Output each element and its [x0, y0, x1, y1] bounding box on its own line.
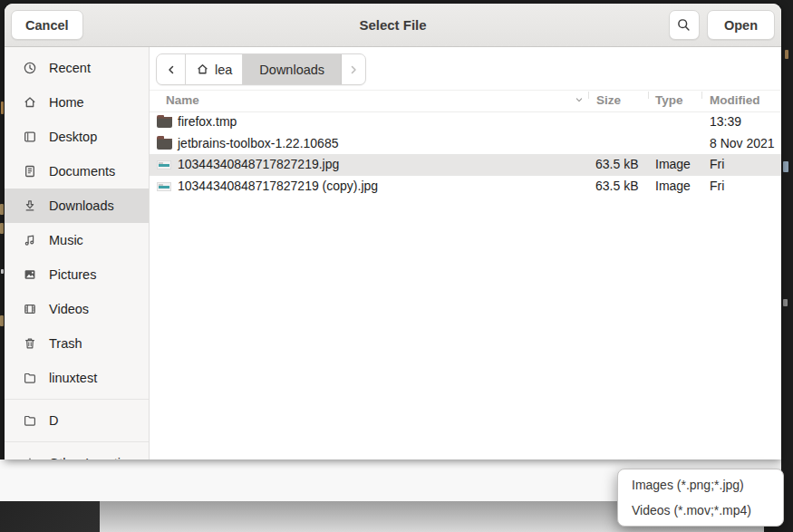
path-segment-home[interactable]: lea — [186, 54, 243, 84]
other-locations-icon — [23, 456, 37, 459]
file-row[interactable]: 10344340848717827219.jpg63.5 kBImageFri — [150, 154, 781, 176]
sidebar-item-label: Documents — [49, 164, 115, 179]
image-thumbnail-icon — [157, 182, 171, 191]
background-artifact — [0, 223, 4, 234]
sidebar-item-label: Trash — [49, 336, 82, 351]
sidebar-separator — [5, 399, 149, 400]
file-modified: 13:39 — [710, 111, 741, 133]
sidebar-item-music[interactable]: Music — [5, 223, 149, 257]
file-row[interactable]: firefox.tmp13:39 — [150, 111, 781, 133]
sidebar-item-label: Downloads — [49, 198, 114, 213]
chevron-down-icon — [573, 92, 585, 112]
sidebar-item-label: Recent — [49, 61, 91, 75]
file-type: Image — [655, 154, 691, 176]
sidebar-item-recent[interactable]: Recent — [5, 51, 149, 85]
background-artifact — [783, 161, 788, 172]
clock-icon — [23, 61, 37, 75]
file-size: 63.5 kB — [595, 154, 638, 176]
file-modified: 8 Nov 2021 — [710, 133, 775, 155]
sidebar-item-d[interactable]: D — [5, 403, 149, 438]
filter-option[interactable]: Images (*.png;*.jpg) — [618, 472, 783, 498]
list-column-header: Name Size Type Modified — [150, 90, 781, 112]
sidebar-item-label: Home — [49, 95, 84, 110]
sidebar-item-linuxtest[interactable]: linuxtest — [5, 361, 149, 395]
path-segment-label: lea — [215, 63, 232, 77]
folder-icon — [23, 413, 37, 428]
file-name: 10344340848717827219 (copy).jpg — [178, 176, 378, 198]
search-button[interactable] — [669, 10, 700, 40]
column-header-name[interactable]: Name — [166, 91, 199, 111]
path-forward-button[interactable] — [342, 54, 365, 84]
background-desktop-dark — [0, 501, 100, 532]
search-icon — [676, 17, 691, 33]
column-divider — [588, 92, 589, 99]
sidebar-item-trash[interactable]: Trash — [5, 326, 149, 361]
file-row[interactable]: 10344340848717827219 (copy).jpg63.5 kBIm… — [150, 176, 781, 198]
open-button[interactable]: Open — [707, 10, 775, 40]
sidebar-item-other-locations[interactable]: Other Locations — [5, 446, 149, 459]
chevron-left-icon — [164, 63, 179, 77]
file-name: 10344340848717827219.jpg — [178, 154, 339, 176]
folder-icon — [23, 371, 37, 385]
path-segment-label: Downloads — [259, 63, 324, 77]
background-artifact — [1, 269, 4, 274]
file-chooser-dialog: Cancel Select File Open RecentHomeDeskto… — [5, 4, 781, 459]
background-artifact — [785, 50, 788, 59]
sidebar-item-downloads[interactable]: Downloads — [5, 189, 149, 223]
file-size: 63.5 kB — [595, 176, 638, 198]
sidebar-item-label: D — [49, 413, 58, 428]
home-icon — [23, 95, 37, 110]
sidebar-item-pictures[interactable]: Pictures — [5, 257, 149, 292]
path-back-button[interactable] — [157, 54, 186, 84]
path-bar: lea Downloads — [156, 53, 366, 85]
music-note-icon — [23, 233, 37, 247]
file-modified: Fri — [710, 176, 724, 198]
file-filter-popup: Images (*.png;*.jpg)Videos (*.mov;*.mp4) — [617, 469, 784, 527]
sidebar-item-label: Desktop — [49, 130, 97, 144]
trash-icon — [23, 336, 37, 351]
file-list: firefox.tmp13:39jetbrains-toolbox-1.22.1… — [150, 111, 781, 197]
background-artifact — [783, 299, 788, 306]
sidebar-item-desktop[interactable]: Desktop — [5, 120, 149, 154]
sidebar-separator — [5, 441, 149, 442]
image-thumbnail-icon — [157, 160, 171, 169]
folder-icon — [157, 117, 172, 128]
dialog-body: RecentHomeDesktopDocumentsDownloadsMusic… — [5, 47, 781, 459]
dialog-title: Select File — [5, 17, 781, 33]
file-browser-pane: lea Downloads Name Size — [150, 47, 781, 459]
column-header-size[interactable]: Size — [596, 91, 621, 111]
document-icon — [23, 164, 37, 179]
sidebar-item-home[interactable]: Home — [5, 85, 149, 120]
file-name: jetbrains-toolbox-1.22.10685 — [178, 133, 338, 155]
sidebar-item-label: Other Locations — [49, 456, 141, 459]
column-divider — [648, 92, 649, 99]
background-artifact — [0, 315, 4, 326]
download-icon — [23, 198, 37, 213]
column-header-type[interactable]: Type — [655, 91, 683, 111]
cancel-button[interactable]: Cancel — [11, 10, 83, 40]
desktop-icon — [23, 130, 37, 144]
headerbar: Cancel Select File Open — [5, 4, 781, 47]
filter-option[interactable]: Videos (*.mov;*.mp4) — [618, 498, 783, 523]
folder-icon — [157, 139, 172, 150]
film-icon — [23, 302, 37, 316]
chevron-right-icon — [346, 63, 361, 77]
background-artifact — [1, 102, 4, 114]
sidebar-item-label: Videos — [49, 302, 89, 316]
sidebar-item-label: linuxtest — [49, 371, 97, 385]
file-row[interactable]: jetbrains-toolbox-1.22.106858 Nov 2021 — [150, 133, 781, 155]
sidebar-item-videos[interactable]: Videos — [5, 292, 149, 326]
sidebar-item-label: Pictures — [49, 267, 96, 282]
places-sidebar: RecentHomeDesktopDocumentsDownloadsMusic… — [5, 47, 150, 459]
file-type: Image — [655, 176, 691, 198]
file-modified: Fri — [710, 154, 724, 176]
file-name: firefox.tmp — [178, 111, 237, 133]
sidebar-item-documents[interactable]: Documents — [5, 154, 149, 189]
column-divider — [701, 92, 702, 99]
column-header-modified[interactable]: Modified — [710, 91, 760, 111]
picture-icon — [23, 267, 37, 282]
path-segment-current[interactable]: Downloads — [243, 54, 342, 84]
home-icon — [196, 63, 209, 76]
sidebar-item-label: Music — [49, 233, 83, 247]
background-artifact — [0, 204, 4, 215]
